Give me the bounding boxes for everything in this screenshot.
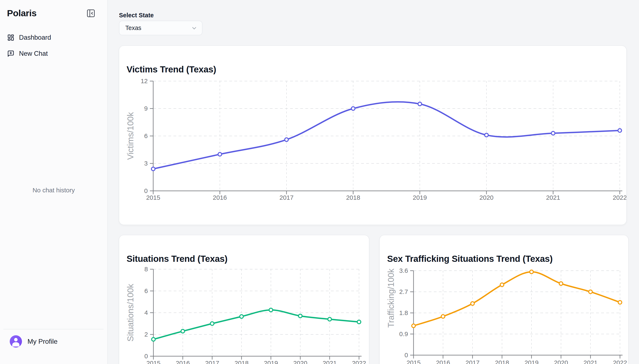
state-select[interactable]: Texas (119, 21, 202, 35)
sidebar-item-new-chat[interactable]: New Chat (0, 46, 107, 62)
victims-trend-card: Victims Trend (Texas) 036912201520162017… (119, 46, 627, 225)
sidebar-header: Polaris (7, 8, 96, 18)
svg-text:0: 0 (144, 187, 148, 194)
svg-text:4: 4 (144, 309, 148, 316)
sidebar-nav: Dashboard New Chat (0, 30, 107, 62)
svg-text:2017: 2017 (279, 194, 293, 201)
victims-chart-title: Victims Trend (Texas) (127, 64, 216, 74)
svg-text:2: 2 (144, 331, 148, 338)
svg-text:2015: 2015 (146, 360, 161, 364)
svg-text:1.8: 1.8 (399, 309, 408, 316)
trafficking-line-chart[interactable]: 00.91.82.73.6201520162017201820192020202… (380, 262, 628, 364)
svg-text:2016: 2016 (213, 194, 227, 201)
chevron-down-icon (191, 25, 197, 31)
svg-text:2016: 2016 (176, 360, 190, 364)
svg-text:0.9: 0.9 (399, 330, 408, 338)
my-profile-button[interactable]: My Profile (10, 335, 103, 348)
svg-text:2021: 2021 (546, 194, 560, 201)
main-content: Select State Texas Victims Trend (Texas)… (108, 0, 639, 364)
svg-text:2019: 2019 (413, 194, 427, 201)
svg-text:2017: 2017 (466, 359, 480, 364)
svg-text:2021: 2021 (323, 360, 337, 364)
svg-text:2020: 2020 (554, 359, 568, 364)
avatar (10, 335, 22, 348)
svg-text:2017: 2017 (205, 360, 219, 364)
select-state-label: Select State (119, 12, 154, 19)
svg-text:2022: 2022 (613, 359, 627, 364)
svg-text:2022: 2022 (352, 360, 366, 364)
user-icon (10, 335, 22, 348)
trafficking-trend-card: Sex Trafficking Situations Trend (Texas)… (379, 235, 629, 364)
situations-chart[interactable]: 0246820152016201720182019202020212022 Si… (119, 262, 369, 364)
dashboard-icon (7, 34, 14, 41)
svg-text:2015: 2015 (407, 359, 421, 364)
my-profile-label: My Profile (28, 338, 58, 346)
new-chat-icon (7, 50, 14, 57)
svg-text:2020: 2020 (479, 194, 494, 201)
svg-text:2016: 2016 (436, 359, 450, 364)
sidebar: Polaris Dashboard New Ch (0, 0, 108, 364)
svg-text:9: 9 (144, 105, 148, 112)
svg-text:0: 0 (405, 352, 408, 358)
svg-text:2022: 2022 (613, 194, 626, 201)
situations-y-axis-label: Situations/100k (126, 284, 135, 342)
sidebar-item-label: New Chat (19, 50, 48, 58)
svg-text:2018: 2018 (234, 360, 249, 364)
svg-text:12: 12 (141, 78, 148, 84)
trafficking-y-axis-label: Trafficking/100k (386, 268, 396, 328)
svg-text:6: 6 (144, 132, 148, 139)
svg-text:3.6: 3.6 (399, 267, 408, 274)
trafficking-chart[interactable]: 00.91.82.73.6201520162017201820192020202… (380, 262, 628, 364)
svg-text:2019: 2019 (524, 359, 539, 364)
svg-text:0: 0 (144, 352, 148, 360)
svg-text:2018: 2018 (495, 359, 509, 364)
svg-text:3: 3 (144, 160, 148, 167)
situations-trend-card: Situations Trend (Texas) 024682015201620… (119, 235, 369, 364)
sidebar-item-label: Dashboard (19, 34, 51, 42)
no-chat-history-text: No chat history (0, 187, 107, 194)
panel-left-close-icon (86, 9, 96, 18)
state-select-value: Texas (125, 24, 141, 32)
svg-text:8: 8 (144, 266, 148, 272)
svg-text:2.7: 2.7 (399, 288, 408, 295)
sidebar-divider (4, 329, 104, 329)
svg-text:2020: 2020 (293, 360, 307, 364)
sidebar-item-dashboard[interactable]: Dashboard (0, 30, 107, 46)
victims-chart[interactable]: 03691220152016201720182019202020212022 V… (119, 75, 626, 214)
svg-text:2015: 2015 (146, 194, 160, 201)
svg-text:2021: 2021 (583, 359, 597, 364)
situations-line-chart[interactable]: 0246820152016201720182019202020212022 (119, 262, 369, 364)
app-title: Polaris (7, 8, 37, 18)
svg-text:2019: 2019 (264, 360, 278, 364)
sidebar-collapse-button[interactable] (86, 9, 96, 18)
svg-text:2018: 2018 (346, 194, 360, 201)
victims-y-axis-label: Victims/100k (126, 112, 135, 160)
victims-line-chart[interactable]: 03691220152016201720182019202020212022 (119, 75, 626, 214)
svg-text:6: 6 (144, 287, 148, 294)
